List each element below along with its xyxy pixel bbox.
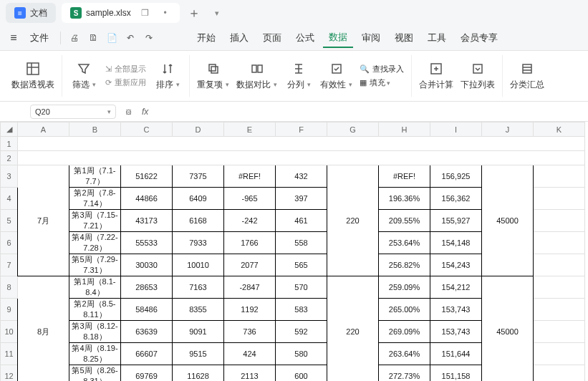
row-header[interactable]: 5: [1, 210, 18, 232]
save-icon[interactable]: 🖨: [67, 33, 82, 43]
cell[interactable]: 220: [327, 276, 379, 382]
cell[interactable]: 7933: [173, 232, 224, 254]
col-header[interactable]: B: [69, 122, 121, 137]
pivot-button[interactable]: 数据透视表: [11, 62, 54, 91]
row-header[interactable]: 9: [1, 299, 18, 321]
col-header[interactable]: J: [482, 122, 534, 137]
cell[interactable]: 55533: [121, 232, 173, 254]
cell[interactable]: 153,743: [430, 299, 482, 321]
cell[interactable]: 153,743: [430, 321, 482, 343]
cell[interactable]: 第3周（8.12-8.18）: [69, 321, 121, 343]
cell[interactable]: 461: [276, 210, 327, 232]
cell[interactable]: 第2周（7.8-7.14）: [69, 188, 121, 210]
cell[interactable]: 28653: [121, 276, 173, 299]
row-header[interactable]: 2: [1, 151, 18, 165]
cell[interactable]: 第3周（7.15-7.21）: [69, 210, 121, 232]
row-header[interactable]: 1: [1, 137, 18, 151]
cell[interactable]: 565: [276, 254, 327, 276]
cell[interactable]: 第5周（8.26-8.31）: [69, 365, 121, 382]
tab-docs[interactable]: ≡ 文档: [6, 3, 56, 23]
row-header[interactable]: 7: [1, 254, 18, 276]
col-header[interactable]: D: [173, 122, 224, 137]
menu-tools[interactable]: 工具: [422, 29, 452, 47]
cell[interactable]: 156,362: [430, 188, 482, 210]
menu-vip[interactable]: 会员专享: [455, 29, 503, 47]
cell[interactable]: 第4周（8.19-8.25）: [69, 343, 121, 365]
spreadsheet[interactable]: ◢ A B C D E F G H I J K 1 2 3 7月 第1周（7.1…: [0, 122, 588, 381]
cell[interactable]: 7375: [173, 165, 224, 188]
cell[interactable]: 7月: [18, 165, 69, 276]
cell[interactable]: 6168: [173, 210, 224, 232]
cell[interactable]: 11628: [173, 365, 224, 382]
cell[interactable]: 209.55%: [379, 210, 430, 232]
col-header[interactable]: E: [224, 122, 276, 137]
cell[interactable]: 6409: [173, 188, 224, 210]
merge-button[interactable]: 合并计算: [419, 62, 453, 91]
cell[interactable]: 8月: [18, 276, 69, 382]
lookup-button[interactable]: 🔍查找录入: [360, 64, 404, 74]
cell[interactable]: 第4周（7.22-7.28）: [69, 232, 121, 254]
cell[interactable]: 51622: [121, 165, 173, 188]
cell[interactable]: 424: [224, 343, 276, 365]
menu-view[interactable]: 视图: [389, 29, 419, 47]
cell[interactable]: 592: [276, 321, 327, 343]
row-header[interactable]: 12: [1, 365, 18, 382]
cell[interactable]: 第1周（8.1-8.4）: [69, 276, 121, 299]
cell[interactable]: 9091: [173, 321, 224, 343]
cell[interactable]: 156,925: [430, 165, 482, 188]
cell[interactable]: #REF!: [379, 165, 430, 188]
col-header[interactable]: A: [18, 122, 69, 137]
cell[interactable]: 58486: [121, 299, 173, 321]
col-header[interactable]: G: [327, 122, 379, 137]
row-header[interactable]: 4: [1, 188, 18, 210]
cell[interactable]: 44866: [121, 188, 173, 210]
window-dup-icon[interactable]: ❐: [140, 8, 151, 18]
menu-formula[interactable]: 公式: [290, 29, 320, 47]
print-preview-icon[interactable]: 📄: [104, 33, 120, 43]
sort-button[interactable]: 排序: [153, 62, 182, 91]
cell[interactable]: #REF!: [224, 165, 276, 188]
cell[interactable]: 151,158: [430, 365, 482, 382]
col-header[interactable]: F: [276, 122, 327, 137]
row-header[interactable]: 6: [1, 232, 18, 254]
cell[interactable]: -242: [224, 210, 276, 232]
split-button[interactable]: 分列: [284, 62, 313, 91]
cell[interactable]: 265.00%: [379, 299, 430, 321]
app-menu-icon[interactable]: ≡: [6, 32, 21, 44]
cell[interactable]: 45000: [482, 165, 534, 276]
cell[interactable]: 155,927: [430, 210, 482, 232]
showall-button[interactable]: ⇲全部显示: [105, 64, 146, 74]
row-header[interactable]: 11: [1, 343, 18, 365]
cell[interactable]: 154,212: [430, 276, 482, 299]
cell[interactable]: -965: [224, 188, 276, 210]
cell[interactable]: 196.36%: [379, 188, 430, 210]
cancel-fx-icon[interactable]: ⦻: [122, 107, 136, 117]
cell[interactable]: 736: [224, 321, 276, 343]
cell[interactable]: 第2周（8.5-8.11）: [69, 299, 121, 321]
cell[interactable]: 259.09%: [379, 276, 430, 299]
cell[interactable]: 7163: [173, 276, 224, 299]
menu-file[interactable]: 文件: [24, 29, 54, 47]
fill-button[interactable]: ▦填充: [360, 77, 404, 88]
cell[interactable]: 45000: [482, 276, 534, 382]
cell[interactable]: 8355: [173, 299, 224, 321]
cell[interactable]: 272.73%: [379, 365, 430, 382]
cell[interactable]: 583: [276, 299, 327, 321]
col-header[interactable]: H: [379, 122, 430, 137]
cell[interactable]: 263.64%: [379, 343, 430, 365]
cell[interactable]: 600: [276, 365, 327, 382]
cell[interactable]: 43173: [121, 210, 173, 232]
col-header[interactable]: K: [534, 122, 585, 137]
cell[interactable]: 269.09%: [379, 321, 430, 343]
tab-file[interactable]: S sample.xlsx ❐ •: [62, 3, 180, 23]
dup-button[interactable]: 重复项: [197, 62, 229, 91]
select-all-corner[interactable]: ◢: [1, 122, 18, 137]
cell[interactable]: 580: [276, 343, 327, 365]
cell[interactable]: 2077: [224, 254, 276, 276]
tab-menu-caret[interactable]: ▾: [208, 9, 226, 18]
cell[interactable]: 1766: [224, 232, 276, 254]
compare-button[interactable]: 数据对比: [236, 62, 277, 91]
validity-button[interactable]: 有效性: [320, 62, 352, 91]
cell[interactable]: 30030: [121, 254, 173, 276]
cell[interactable]: 570: [276, 276, 327, 299]
